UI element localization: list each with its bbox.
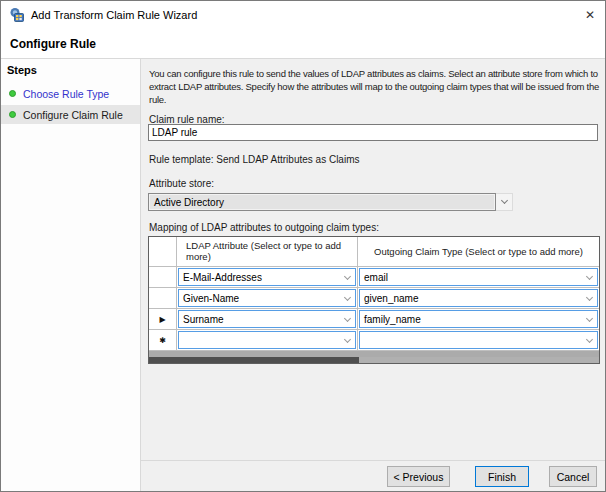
wizard-content: You can configure this rule to send the … bbox=[141, 59, 605, 491]
steps-heading: Steps bbox=[1, 59, 140, 82]
ldap-attribute-select[interactable]: E-Mail-Addresses bbox=[178, 268, 356, 286]
ldap-attribute-select[interactable]: Given-Name bbox=[178, 289, 356, 307]
row-indicator bbox=[149, 267, 177, 287]
steps-panel: Steps Choose Rule Type Configure Claim R… bbox=[1, 59, 141, 491]
mapping-table-header: LDAP Attribute (Select or type to add mo… bbox=[149, 237, 599, 267]
mapping-label: Mapping of LDAP attributes to outgoing c… bbox=[149, 222, 379, 233]
step-label: Configure Claim Rule bbox=[23, 109, 123, 121]
step-label: Choose Rule Type bbox=[23, 88, 109, 100]
claim-rule-name-input[interactable] bbox=[148, 124, 598, 141]
cell-value: E-Mail-Addresses bbox=[183, 272, 262, 283]
step-choose-rule-type[interactable]: Choose Rule Type bbox=[1, 84, 140, 103]
ldap-attribute-select[interactable]: Surname bbox=[178, 310, 356, 328]
chevron-down-icon bbox=[496, 193, 513, 211]
rule-template-text: Rule template: Send LDAP Attributes as C… bbox=[149, 154, 359, 165]
chevron-down-icon bbox=[344, 315, 351, 322]
table-row: Given-Name given_name bbox=[149, 288, 599, 309]
current-row-indicator: ▶ bbox=[149, 309, 177, 329]
previous-button[interactable]: < Previous bbox=[387, 466, 450, 487]
row-indicator-header bbox=[149, 237, 177, 266]
table-row: ▶ Surname family_name bbox=[149, 309, 599, 330]
chevron-down-icon bbox=[586, 336, 593, 343]
outgoing-claim-type-select[interactable] bbox=[359, 331, 598, 349]
chevron-down-icon bbox=[344, 273, 351, 280]
step-completed-icon bbox=[9, 90, 16, 97]
cell-value: email bbox=[364, 272, 388, 283]
adfs-wizard-icon bbox=[9, 7, 25, 23]
outgoing-claim-type-select[interactable]: email bbox=[359, 268, 598, 286]
scrollbar-thumb[interactable] bbox=[149, 357, 359, 363]
footer-divider bbox=[141, 460, 605, 461]
wizard-window: Add Transform Claim Rule Wizard ✕ Config… bbox=[0, 0, 606, 492]
page-title: Configure Rule bbox=[1, 29, 605, 59]
chevron-down-icon bbox=[586, 315, 593, 322]
row-indicator bbox=[149, 288, 177, 308]
column-header-ldap-attribute: LDAP Attribute (Select or type to add mo… bbox=[177, 237, 358, 266]
title-bar: Add Transform Claim Rule Wizard ✕ bbox=[1, 1, 605, 29]
table-horizontal-scrollbar[interactable] bbox=[149, 357, 599, 363]
table-row-new: ✱ bbox=[149, 330, 599, 351]
cell-value: Given-Name bbox=[183, 293, 239, 304]
chevron-down-icon bbox=[344, 336, 351, 343]
cell-value: Surname bbox=[183, 314, 224, 325]
attribute-store-select[interactable]: Active Directory bbox=[148, 193, 513, 211]
attribute-store-value: Active Directory bbox=[148, 193, 496, 211]
mapping-table: LDAP Attribute (Select or type to add mo… bbox=[148, 236, 600, 364]
step-completed-icon bbox=[9, 111, 16, 118]
wizard-buttons: < Previous Finish Cancel bbox=[387, 466, 597, 487]
window-title: Add Transform Claim Rule Wizard bbox=[31, 9, 197, 21]
chevron-down-icon bbox=[586, 294, 593, 301]
rule-description: You can configure this rule to send the … bbox=[149, 67, 606, 106]
chevron-down-icon bbox=[344, 294, 351, 301]
cancel-button[interactable]: Cancel bbox=[549, 466, 597, 487]
new-row-indicator: ✱ bbox=[149, 330, 177, 350]
outgoing-claim-type-select[interactable]: family_name bbox=[359, 310, 598, 328]
chevron-down-icon bbox=[586, 273, 593, 280]
outgoing-claim-type-select[interactable]: given_name bbox=[359, 289, 598, 307]
cell-value: family_name bbox=[364, 314, 421, 325]
step-configure-claim-rule[interactable]: Configure Claim Rule bbox=[1, 105, 140, 124]
ldap-attribute-select[interactable] bbox=[178, 331, 356, 349]
finish-button[interactable]: Finish bbox=[475, 466, 529, 487]
close-icon[interactable]: ✕ bbox=[575, 3, 605, 27]
column-header-outgoing-claim-type: Outgoing Claim Type (Select or type to a… bbox=[358, 237, 599, 266]
attribute-store-label: Attribute store: bbox=[149, 178, 214, 189]
table-row: E-Mail-Addresses email bbox=[149, 267, 599, 288]
cell-value: given_name bbox=[364, 293, 418, 304]
